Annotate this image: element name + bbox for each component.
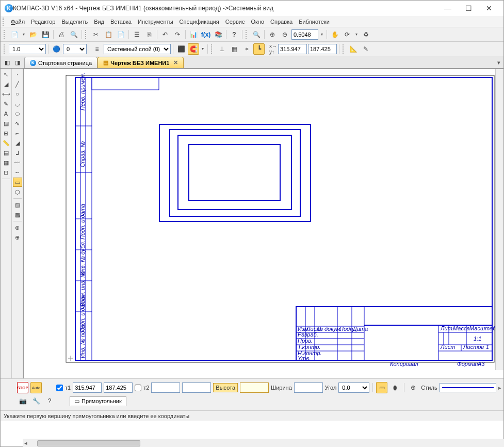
select-tool-icon[interactable]: ↖ <box>2 70 11 79</box>
minimize-button[interactable]: — <box>437 1 458 15</box>
height-input[interactable] <box>240 382 269 393</box>
menu-service[interactable]: Сервис <box>222 18 248 26</box>
scrollbar-vertical[interactable] <box>495 69 503 370</box>
insert-tool-icon[interactable]: ⊡ <box>2 168 11 177</box>
snap-button[interactable]: 🧲 <box>188 43 199 55</box>
menu-editor[interactable]: Редактор <box>28 18 58 26</box>
paste-button[interactable]: 📄 <box>115 29 126 40</box>
grid-button[interactable]: ▦ <box>229 43 240 55</box>
spline-tool-icon[interactable]: ∿ <box>13 119 22 128</box>
t1-checkbox[interactable] <box>56 385 63 391</box>
undo-button[interactable]: ↶ <box>159 29 171 40</box>
redraw-button[interactable]: ♻ <box>360 29 371 40</box>
polygon-tool-icon[interactable]: ⬡ <box>13 187 22 197</box>
open-button[interactable]: 📂 <box>27 29 39 40</box>
lib-manager-button[interactable]: 📚 <box>213 29 224 40</box>
style-select[interactable] <box>440 383 496 392</box>
t1-y-input[interactable] <box>104 382 133 393</box>
point-tool-icon[interactable]: · <box>13 70 22 79</box>
menu-select[interactable]: Выделить <box>58 18 91 26</box>
arc-tool-icon[interactable]: ◡ <box>13 99 22 108</box>
symbol-tool-icon[interactable]: ✎ <box>2 99 11 108</box>
menu-lib[interactable]: Библиотеки <box>296 18 333 26</box>
hatch-tool-icon[interactable]: ▨ <box>13 200 22 210</box>
angle-select[interactable]: 0.0 <box>338 382 369 393</box>
edit-tool-icon[interactable]: ▨ <box>2 119 11 128</box>
collect-tool-icon[interactable]: ⊕ <box>13 233 22 242</box>
menu-file[interactable]: Файл <box>8 18 28 26</box>
aux-line-tool-icon[interactable]: ╌ <box>13 168 22 177</box>
menu-view[interactable]: Вид <box>91 18 107 26</box>
zoom-fit-button[interactable]: 🔍 <box>251 29 262 40</box>
menu-help[interactable]: Справка <box>267 18 296 26</box>
layers-button[interactable]: ≡ <box>91 43 103 55</box>
menu-tools[interactable]: Инструменты <box>135 18 176 26</box>
copy-button[interactable]: 📋 <box>103 29 114 40</box>
state1-button[interactable]: ⬛ <box>175 43 187 55</box>
zoom-in-button[interactable]: ⊕ <box>267 29 278 40</box>
manager-button[interactable]: 📊 <box>188 29 199 40</box>
t2-y-input[interactable] <box>182 382 211 393</box>
line-tool-icon[interactable]: ╱ <box>13 79 22 89</box>
tabs-dropdown[interactable]: ▾ <box>497 59 500 66</box>
rectangle-tool-icon[interactable]: ▭ <box>13 178 22 187</box>
panel-toggle-icon[interactable]: ◨ <box>13 58 22 67</box>
variables-button[interactable]: f(x) <box>200 29 212 40</box>
cut-button[interactable]: ✂ <box>90 29 102 40</box>
menu-insert[interactable]: Вставка <box>107 18 135 26</box>
measure-tool-icon[interactable]: 📏 <box>2 138 11 148</box>
stop-button[interactable]: STOP <box>17 382 28 393</box>
state-icon[interactable]: 🔵 <box>51 43 62 55</box>
geom-tool-icon[interactable]: ◢ <box>2 79 11 89</box>
measure-button[interactable]: 📐 <box>348 43 359 55</box>
menu-window[interactable]: Окно <box>248 18 267 26</box>
views-button[interactable]: ⟳ <box>342 29 353 40</box>
zoom-input[interactable] <box>291 29 318 40</box>
equidistant-tool-icon[interactable]: ⊚ <box>13 223 22 232</box>
chamfer-tool-icon[interactable]: ◢ <box>13 138 22 148</box>
zoom-dropdown[interactable]: ▾ <box>319 32 324 37</box>
close-tab-icon[interactable]: ✕ <box>173 59 178 66</box>
t2-x-input[interactable] <box>151 382 180 393</box>
scroll-right-icon[interactable]: ▸ <box>498 385 501 391</box>
rect-mode-2-icon[interactable]: ⬮ <box>389 382 401 393</box>
report-tool-icon[interactable]: ▦ <box>2 158 11 167</box>
help-button[interactable]: ? <box>229 29 240 40</box>
state-select[interactable]: 0 <box>63 44 87 54</box>
text-tool-icon[interactable]: A <box>2 109 11 118</box>
polyline-tool-icon[interactable]: ⅃ <box>13 148 22 157</box>
ellipse-tool-icon[interactable]: ⬭ <box>13 109 22 118</box>
auto-button[interactable]: Auto <box>30 382 42 393</box>
fill-tool-icon[interactable]: ▩ <box>13 210 22 219</box>
wrench-icon[interactable]: 🔧 <box>30 395 42 407</box>
snap2-button[interactable]: ⌖ <box>241 43 252 55</box>
t2-checkbox[interactable] <box>135 385 141 391</box>
tab-drawing[interactable]: ▤ Чертеж БЕЗ ИМЕНИ1 ✕ <box>97 57 184 68</box>
pan-button[interactable]: ✋ <box>329 29 340 40</box>
shape-tab[interactable]: ▭ Прямоугольник <box>70 396 126 406</box>
new-dropdown[interactable]: ▾ <box>21 32 26 37</box>
scrollbar-horizontal[interactable]: ◂ <box>23 439 504 447</box>
print-preview-button[interactable]: 🔍 <box>68 29 79 40</box>
fillet-tool-icon[interactable]: ⌐ <box>13 129 22 138</box>
tab-start-page[interactable]: K Стартовая страница <box>24 57 97 68</box>
layer-select[interactable]: Системный слой (0) <box>104 44 171 54</box>
copy-props-button[interactable]: ⎘ <box>143 29 155 40</box>
help-icon[interactable]: ? <box>44 395 55 407</box>
drawing-canvas[interactable]: Изм. Лист № докум. Подп. Дата Разраб. Пр… <box>23 69 503 378</box>
maximize-button[interactable]: ☐ <box>458 1 479 15</box>
camera-icon[interactable]: 📷 <box>17 395 28 407</box>
coord-x-input[interactable] <box>278 44 307 54</box>
coord-y-input[interactable] <box>308 44 337 54</box>
rect-mode-1-icon[interactable]: ▭ <box>376 382 387 393</box>
dim-tool-icon[interactable]: ⟷ <box>2 89 11 99</box>
scale-select[interactable]: 1.0 <box>9 44 46 54</box>
print-button[interactable]: 🖨 <box>56 29 67 40</box>
param-tool-icon[interactable]: ⊞ <box>2 129 11 138</box>
properties-button[interactable]: ☰ <box>131 29 142 40</box>
zoom-out-button[interactable]: ⊖ <box>279 29 290 40</box>
local-cs-button[interactable]: ┗ <box>253 43 265 55</box>
axes-icon[interactable]: ⊕ <box>408 382 419 393</box>
redo-button[interactable]: ↷ <box>172 29 183 40</box>
save-button[interactable]: 💾 <box>40 29 51 40</box>
